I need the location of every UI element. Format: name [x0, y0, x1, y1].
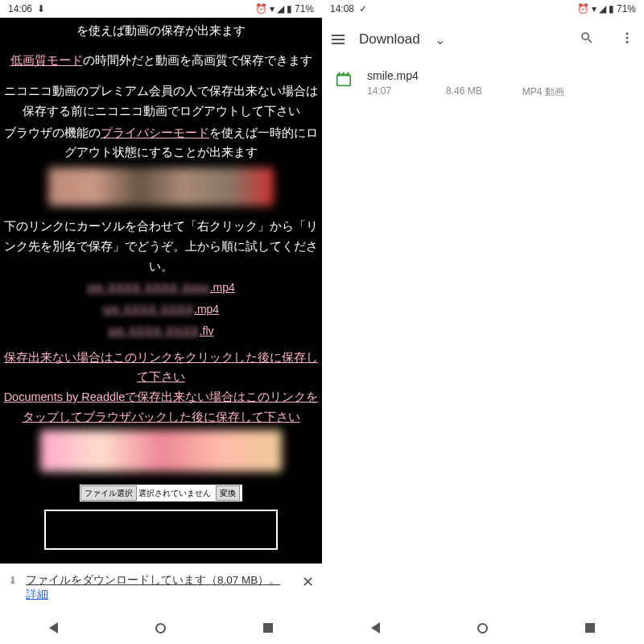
svg-point-2 — [626, 41, 629, 43]
download-link-mp4[interactable]: sm XXXX XXXX.mp4 — [3, 300, 319, 320]
details-link[interactable]: 詳細 — [26, 588, 48, 601]
privacy-mode-link[interactable]: プライバシーモード — [101, 126, 209, 139]
blurred-ad — [48, 167, 274, 206]
app-bar: Download ⌄ — [322, 21, 644, 58]
svg-point-0 — [626, 32, 629, 35]
back-button[interactable] — [371, 622, 380, 634]
search-icon[interactable] — [580, 31, 594, 48]
file-meta: 14:07 8.46 MB MP4 動画 — [367, 85, 631, 99]
browser-screen: 14:06 ⬇ ⏰ ▾ ◢ ▮ 71% を使えば動画の保存が出来ます 低画質モー… — [0, 0, 322, 644]
fallback-link-1[interactable]: 保存出来ない場合はこのリンクをクリックした後に保存して下さい — [4, 351, 318, 384]
file-time: 14:07 — [367, 85, 391, 99]
file-size: 8.46 MB — [446, 85, 482, 99]
signal-icon: ◢ — [599, 3, 606, 14]
menu-icon[interactable] — [332, 35, 345, 44]
text-line: を使えば動画の保存が出来ます — [3, 21, 319, 41]
files-screen: 14:08 ✓ ⏰ ▾ ◢ ▮ 71% Download ⌄ smile.mp4… — [322, 0, 644, 644]
nav-bar — [0, 612, 322, 644]
status-bar: 14:08 ✓ ⏰ ▾ ◢ ▮ 71% — [322, 0, 644, 18]
alarm-icon: ⏰ — [577, 3, 589, 14]
home-button[interactable] — [477, 623, 488, 634]
download-notification: ⬇ ファイルをダウンロードしています（8.07 MB）。 詳細 ✕ — [0, 564, 322, 612]
fallback-link-2[interactable]: Documents by Readdleで保存出来ない場合はこのリンクをタップし… — [4, 390, 319, 423]
status-time: 14:08 — [330, 3, 354, 14]
status-bar: 14:06 ⬇ ⏰ ▾ ◢ ▮ 71% — [0, 0, 322, 18]
notification-message: ファイルをダウンロードしています（8.07 MB）。 詳細 — [26, 573, 294, 602]
svg-rect-3 — [337, 76, 351, 86]
wifi-icon: ▾ — [270, 3, 275, 14]
battery-pct: 71% — [617, 3, 636, 14]
text-line: 低画質モードの時間外だと動画を高画質で保存できます — [3, 51, 319, 71]
file-none-label: 選択されていません — [138, 486, 211, 500]
download-icon: ⬇ — [8, 574, 18, 587]
download-link-flv[interactable]: sm XXXX XXXX.flv — [3, 322, 319, 341]
download-link-mp4[interactable]: sm XXXX XXXX Xxxx.mp4 — [3, 279, 319, 298]
recent-button[interactable] — [585, 623, 595, 633]
file-upload: ファイル選択 選択されていません 変換 — [80, 485, 242, 502]
close-icon[interactable]: ✕ — [302, 573, 314, 591]
alarm-icon: ⏰ — [255, 3, 267, 14]
back-button[interactable] — [49, 622, 58, 634]
wifi-icon: ▾ — [592, 3, 597, 14]
text-line: ブラウザの機能のプライバシーモードを使えば一時的にログアウト状態にすることが出来… — [3, 123, 319, 163]
download-links: sm XXXX XXXX Xxxx.mp4 sm XXXX XXXX.mp4 s… — [3, 279, 319, 341]
file-name: smile.mp4 — [367, 69, 631, 82]
status-time: 14:06 — [8, 3, 32, 14]
check-icon: ✓ — [359, 3, 367, 14]
text-line: 下のリンクにカーソルを合わせて「右クリック」から「リンク先を別名で保存」でどうぞ… — [3, 217, 319, 276]
low-quality-link[interactable]: 低画質モード — [10, 54, 83, 67]
blurred-ad — [40, 430, 282, 472]
file-row[interactable]: smile.mp4 14:07 8.46 MB MP4 動画 — [322, 58, 644, 110]
svg-point-1 — [626, 37, 629, 39]
video-file-icon — [335, 71, 353, 89]
download-indicator-icon: ⬇ — [37, 3, 45, 14]
nav-bar — [322, 612, 644, 644]
page-content[interactable]: を使えば動画の保存が出来ます 低画質モードの時間外だと動画を高画質で保存できます… — [0, 18, 322, 644]
more-icon[interactable] — [620, 31, 634, 48]
convert-button[interactable]: 変換 — [216, 485, 240, 501]
battery-icon: ▮ — [287, 3, 292, 14]
battery-pct: 71% — [295, 3, 314, 14]
text-line: ニコニコ動画のプレミアム会員の人で保存出来ない場合は保存する前にニコニコ動画でロ… — [3, 81, 319, 121]
file-select-button[interactable]: ファイル選択 — [80, 485, 137, 501]
file-type: MP4 動画 — [522, 85, 564, 99]
chevron-down-icon[interactable]: ⌄ — [435, 32, 445, 47]
recent-button[interactable] — [263, 623, 273, 633]
home-button[interactable] — [155, 623, 166, 634]
signal-icon: ◢ — [277, 3, 284, 14]
textarea[interactable] — [44, 510, 278, 550]
page-title[interactable]: Download — [359, 31, 420, 47]
battery-icon: ▮ — [609, 3, 614, 14]
